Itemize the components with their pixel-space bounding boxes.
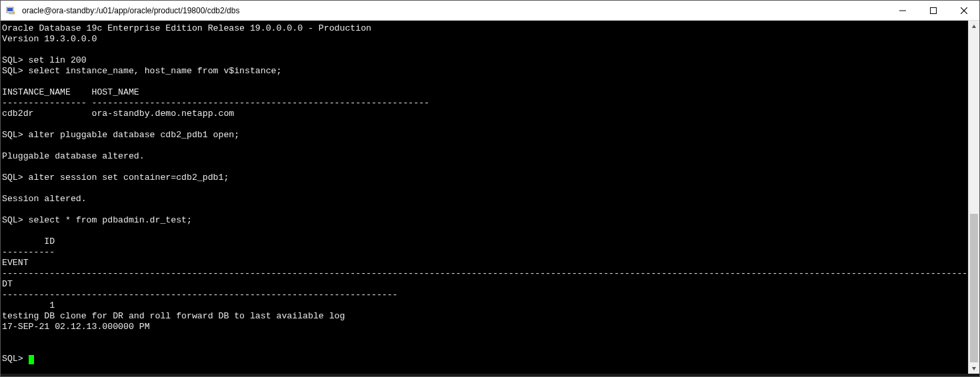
titlebar[interactable]: oracle@ora-standby:/u01/app/oracle/produ… <box>1 1 979 21</box>
scroll-down-arrow-icon[interactable] <box>969 362 979 374</box>
minimize-button[interactable] <box>887 1 918 21</box>
putty-icon <box>5 4 18 17</box>
terminal-output[interactable]: Oracle Database 19c Enterprise Edition R… <box>1 21 968 374</box>
window-controls <box>887 1 979 20</box>
client-area: Oracle Database 19c Enterprise Edition R… <box>1 21 979 374</box>
application-window: oracle@ora-standby:/u01/app/oracle/produ… <box>0 0 980 377</box>
maximize-button[interactable] <box>918 1 949 21</box>
terminal-cursor <box>29 355 34 364</box>
taskbar-edge <box>1 374 979 376</box>
scrollbar-thumb[interactable] <box>970 214 978 362</box>
close-button[interactable] <box>949 1 979 21</box>
scroll-up-arrow-icon[interactable] <box>969 21 979 32</box>
svg-rect-1 <box>7 8 13 11</box>
scrollbar-track[interactable] <box>969 32 979 362</box>
window-title: oracle@ora-standby:/u01/app/oracle/produ… <box>22 6 887 15</box>
svg-rect-5 <box>931 8 937 14</box>
svg-marker-9 <box>972 367 976 370</box>
vertical-scrollbar[interactable] <box>968 21 979 374</box>
svg-marker-8 <box>972 25 976 28</box>
svg-rect-2 <box>9 13 15 14</box>
